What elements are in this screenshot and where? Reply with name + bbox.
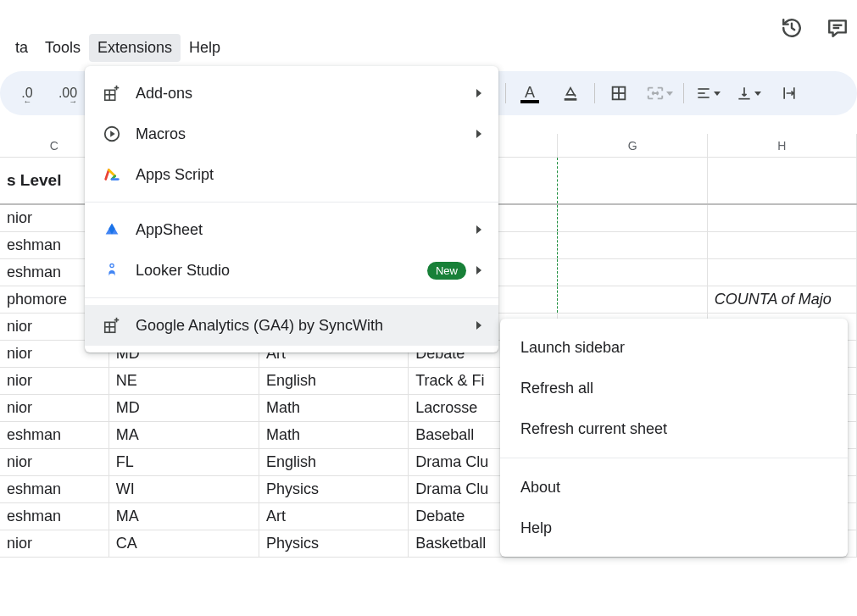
- chevron-right-icon: [476, 225, 481, 234]
- extensions-dropdown: Add-ons Macros Apps Script: [85, 66, 498, 352]
- cell[interactable]: Math: [259, 422, 409, 448]
- cell[interactable]: MD: [109, 395, 259, 421]
- cell[interactable]: CA: [109, 530, 259, 557]
- horizontal-align-button[interactable]: [691, 78, 725, 108]
- cell[interactable]: WI: [109, 476, 259, 502]
- cell[interactable]: [558, 232, 707, 258]
- chevron-right-icon: [476, 321, 481, 330]
- submenu-help[interactable]: Help: [500, 508, 848, 548]
- borders-button[interactable]: [602, 78, 636, 108]
- cell[interactable]: nior: [0, 395, 109, 421]
- cell[interactable]: [708, 158, 857, 203]
- menu-item-ga4-syncwith[interactable]: Google Analytics (GA4) by SyncWith: [85, 305, 498, 346]
- toolbar-separator: [683, 83, 684, 103]
- svg-point-19: [111, 264, 114, 267]
- cell[interactable]: MA: [109, 422, 259, 448]
- menu-item-apps-script[interactable]: Apps Script: [85, 154, 498, 195]
- appsheet-icon: [102, 219, 122, 240]
- menu-label: Add-ons: [136, 85, 476, 103]
- cell[interactable]: nior: [0, 368, 109, 394]
- menu-item-looker-studio[interactable]: Looker Studio New: [85, 250, 498, 291]
- chevron-right-icon: [476, 89, 481, 97]
- cell[interactable]: [708, 205, 857, 231]
- vertical-align-button[interactable]: [732, 78, 765, 108]
- merge-cells-button[interactable]: [643, 78, 676, 108]
- addons-icon: [102, 83, 122, 103]
- cell[interactable]: eshman: [0, 476, 109, 502]
- cell[interactable]: nior: [0, 449, 109, 475]
- ga4-submenu: Launch sidebar Refresh all Refresh curre…: [500, 319, 848, 557]
- menu-extensions[interactable]: Extensions: [89, 34, 181, 62]
- cell[interactable]: English: [259, 449, 409, 475]
- increase-decimal-button[interactable]: .00 →: [51, 78, 85, 108]
- chevron-right-icon: [476, 130, 481, 138]
- history-icon[interactable]: [781, 17, 803, 42]
- submenu-launch-sidebar[interactable]: Launch sidebar: [500, 327, 848, 368]
- submenu-refresh-all[interactable]: Refresh all: [500, 368, 848, 408]
- menu-item-appsheet[interactable]: AppSheet: [85, 209, 498, 250]
- cell[interactable]: Physics: [259, 530, 409, 557]
- cell[interactable]: FL: [109, 449, 259, 475]
- menu-help[interactable]: Help: [181, 34, 229, 62]
- column-header-g[interactable]: G: [558, 134, 707, 157]
- cell[interactable]: [558, 158, 707, 203]
- menu-item-macros[interactable]: Macros: [85, 114, 498, 154]
- chevron-right-icon: [476, 266, 481, 275]
- menu-tools[interactable]: Tools: [36, 34, 89, 62]
- text-wrap-button[interactable]: [772, 78, 806, 108]
- cell[interactable]: [558, 259, 707, 286]
- cell[interactable]: [558, 205, 707, 231]
- cell[interactable]: MA: [109, 503, 259, 530]
- looker-studio-icon: [102, 260, 122, 280]
- menu-data[interactable]: ta: [7, 34, 36, 62]
- cell[interactable]: [708, 259, 857, 286]
- menu-label: AppSheet: [136, 221, 476, 239]
- macros-icon: [102, 124, 122, 144]
- cell[interactable]: eshman: [0, 503, 109, 530]
- menu-label: Macros: [136, 125, 476, 143]
- menu-divider: [85, 202, 498, 203]
- menu-divider: [500, 458, 848, 458]
- comment-icon[interactable]: [826, 17, 849, 42]
- toolbar-separator: [505, 83, 506, 103]
- cell[interactable]: nior: [0, 530, 109, 557]
- cell[interactable]: Art: [259, 503, 409, 530]
- menu-label: Apps Script: [136, 166, 481, 184]
- cell[interactable]: English: [259, 368, 409, 394]
- submenu-about[interactable]: About: [500, 467, 848, 508]
- menu-label: Looker Studio: [136, 262, 427, 280]
- column-header-h[interactable]: H: [708, 134, 857, 157]
- menu-item-addons[interactable]: Add-ons: [85, 73, 498, 114]
- text-color-button[interactable]: A: [513, 78, 547, 108]
- decrease-decimal-button[interactable]: .0 ←: [10, 78, 44, 108]
- menu-label: Google Analytics (GA4) by SyncWith: [136, 317, 476, 335]
- menu-divider: [85, 297, 498, 298]
- cell[interactable]: [558, 286, 707, 313]
- ga4-addon-icon: [102, 315, 122, 336]
- cell[interactable]: COUNTA of Majo: [708, 286, 857, 313]
- cell[interactable]: eshman: [0, 422, 109, 448]
- apps-script-icon: [102, 164, 122, 185]
- new-badge: New: [427, 262, 466, 280]
- cell[interactable]: NE: [109, 368, 259, 394]
- cell[interactable]: Physics: [259, 476, 409, 502]
- toolbar-separator: [594, 83, 595, 103]
- cell[interactable]: [708, 232, 857, 258]
- cell[interactable]: Math: [259, 395, 409, 421]
- submenu-refresh-current-sheet[interactable]: Refresh current sheet: [500, 408, 848, 449]
- fill-color-button[interactable]: [554, 78, 587, 108]
- menubar: ta Tools Extensions Help: [0, 27, 857, 68]
